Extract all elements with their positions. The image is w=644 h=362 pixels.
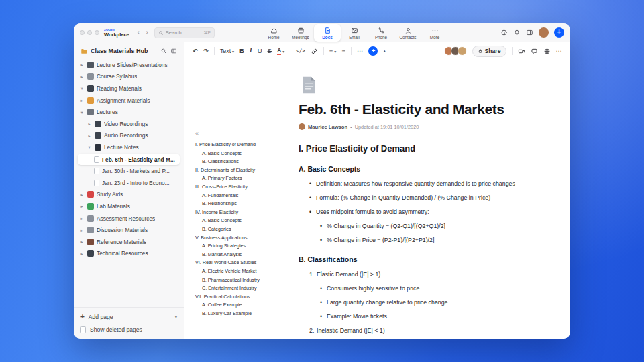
link-button[interactable] (311, 48, 318, 55)
toc-item[interactable]: A. Pricing Strategies (195, 242, 296, 251)
underline-button[interactable]: U (258, 48, 262, 54)
doc-heading[interactable]: B. Classifications (299, 255, 553, 263)
share-button[interactable]: Share (472, 46, 506, 57)
list-button[interactable]: ≡ ▾ (329, 48, 337, 54)
sidebar-item[interactable]: ▾Lectures (78, 106, 180, 118)
toc-item[interactable]: B. Luxury Car Example (195, 310, 296, 318)
add-page-button[interactable]: + Add page ▾ (80, 313, 177, 320)
tab-contacts[interactable]: Contacts (394, 24, 421, 42)
chevron-right-icon[interactable]: ▸ (87, 121, 92, 126)
toc-item[interactable]: A. Basic Concepts (195, 149, 296, 158)
toc-collapse-icon[interactable]: « (195, 130, 199, 137)
chevron-right-icon[interactable]: ▸ (79, 74, 85, 79)
chevron-right-icon[interactable]: ▸ (79, 192, 85, 197)
code-button[interactable]: </> (296, 48, 305, 54)
doc-content[interactable]: Feb. 6th - Elasticity and Markets Mauric… (299, 60, 553, 334)
global-search-input[interactable]: Search ⌘F (154, 27, 215, 38)
close-window-button[interactable] (80, 30, 85, 35)
tab-more[interactable]: More (421, 24, 448, 42)
video-camera-icon[interactable] (518, 48, 525, 55)
sidebar-item[interactable]: Feb. 6th - Elasticity and M... (78, 154, 180, 166)
user-avatar[interactable] (539, 27, 549, 38)
chevron-right-icon[interactable]: ▸ (87, 133, 92, 138)
redo-icon[interactable]: ↷ (203, 48, 209, 54)
toc-item[interactable]: B. Categories (195, 225, 296, 234)
chevron-down-icon[interactable]: ▾ (87, 145, 92, 149)
doc-title[interactable]: Feb. 6th - Elasticity and Markets (299, 101, 553, 117)
toc-item[interactable]: C. Entertainment Industry (195, 284, 296, 293)
sidebar-item[interactable]: ▸Assessment Resources (78, 213, 180, 225)
doc-heading[interactable]: A. Basic Concepts (299, 165, 553, 173)
chevron-right-icon[interactable]: ▸ (79, 98, 85, 103)
toc-item[interactable]: A. Fundamentals (195, 192, 296, 200)
bold-button[interactable]: B (239, 48, 244, 54)
toc-item[interactable]: VII. Practical Calculations (195, 293, 296, 302)
doc-bullet-item[interactable]: •Formula: (% Change in Quantity Demanded… (299, 194, 553, 201)
toc-item[interactable]: B. Pharmaceutical Industry (195, 276, 296, 285)
chevron-right-icon[interactable]: ▸ (79, 251, 85, 256)
chevron-down-icon[interactable]: ▾ (79, 110, 85, 115)
toc-item[interactable]: V. Business Applications (195, 234, 296, 243)
sidebar-item[interactable]: ▾Lecture Notes (78, 141, 180, 154)
window-controls[interactable] (80, 30, 99, 35)
sidebar-item[interactable]: ▸Lecture Slides/Presentations (78, 59, 180, 71)
doc-heading[interactable]: I. Price Elasticity of Demand (299, 143, 553, 154)
tab-home[interactable]: Home (260, 24, 287, 42)
doc-bullet-item[interactable]: •% Change in Quantity = (Q2-Q1)/[(Q2+Q1)… (299, 223, 553, 229)
tab-docs[interactable]: Docs (314, 24, 341, 42)
sidebar-search-icon[interactable] (160, 48, 167, 54)
insert-block-button[interactable]: + (368, 46, 378, 56)
sidebar-item[interactable]: ▸Lab Materials (78, 200, 180, 213)
sidebar-item[interactable]: ▸Video Recordings (78, 118, 180, 130)
panel-toggle-icon[interactable] (526, 29, 533, 36)
show-deleted-pages-button[interactable]: Show deleted pages (80, 326, 177, 333)
clock-icon[interactable] (500, 29, 508, 36)
new-item-plus-button[interactable]: + (554, 27, 564, 38)
chevron-right-icon[interactable]: ▸ (79, 216, 85, 221)
text-style-select[interactable]: Text ▾ (220, 48, 234, 54)
doc-bullet-item[interactable]: •Definition: Measures how responsive qua… (299, 180, 553, 187)
text-color-button[interactable]: A ▾ (277, 47, 284, 55)
more-options-button[interactable]: ⋯ (556, 48, 563, 54)
toc-item[interactable]: A. Electric Vehicle Market (195, 267, 296, 276)
more-tools-button[interactable]: ⋯ (357, 48, 364, 54)
sidebar-item[interactable]: Jan. 23rd - Intro to Econo... (78, 177, 180, 189)
doc-numbered-item[interactable]: 2.Inelastic Demand (|E| < 1) (299, 327, 553, 334)
tab-meetings[interactable]: Meetings (287, 24, 314, 42)
toc-item[interactable]: A. Primary Factors (195, 174, 296, 183)
collaborator-avatar[interactable] (458, 46, 467, 56)
chevron-right-icon[interactable]: ▸ (79, 228, 85, 233)
toc-item[interactable]: IV. Income Elasticity (195, 208, 296, 217)
sidebar-collapse-icon[interactable] (170, 48, 177, 54)
tab-email[interactable]: Email (341, 24, 368, 42)
comments-icon[interactable] (531, 48, 538, 55)
doc-bullet-item[interactable]: •Consumers highly sensitive to price (299, 285, 553, 292)
chevron-down-icon[interactable]: ▾ (79, 86, 85, 90)
toc-item[interactable]: B. Classifications (195, 158, 296, 166)
nav-back-button[interactable]: ‹ (134, 28, 143, 37)
doc-numbered-item[interactable]: 1.Elastic Demand (|E| > 1) (299, 271, 553, 278)
strikethrough-button[interactable]: S (268, 48, 272, 54)
sidebar-item[interactable]: ▸Course Syllabus (78, 71, 180, 83)
tab-phone[interactable]: Phone (368, 24, 394, 42)
chevron-right-icon[interactable]: ▸ (79, 239, 85, 244)
toc-item[interactable]: III. Cross-Price Elasticity (195, 183, 296, 192)
minimize-window-button[interactable] (87, 30, 92, 35)
chevron-right-icon[interactable]: ▸ (79, 204, 85, 208)
zoom-window-button[interactable] (95, 30, 99, 35)
sidebar-item[interactable]: ▸Audio Recordings (78, 130, 180, 142)
document-page-icon[interactable] (299, 75, 553, 95)
chevron-right-icon[interactable]: ▸ (79, 62, 85, 67)
toc-item[interactable]: A. Basic Concepts (195, 217, 296, 225)
sidebar-item[interactable]: ▸Technical Resources (78, 248, 180, 260)
toc-item[interactable]: VI. Real-World Case Studies (195, 259, 296, 267)
notifications-bell-icon[interactable] (513, 29, 521, 36)
sidebar-item[interactable]: ▸Study Aids (78, 189, 180, 201)
collapse-toolbar-icon[interactable]: ▴ (383, 48, 386, 54)
sidebar-item[interactable]: ▾Reading Materials (78, 82, 180, 95)
document-canvas[interactable]: « I. Price Elasticity of DemandA. Basic … (184, 60, 570, 339)
italic-button[interactable]: I (250, 48, 252, 54)
doc-bullet-item[interactable]: •Uses midpoint formula to avoid asymmetr… (299, 208, 553, 215)
toc-item[interactable]: B. Market Analysis (195, 251, 296, 259)
nav-forward-button[interactable]: › (143, 28, 152, 37)
